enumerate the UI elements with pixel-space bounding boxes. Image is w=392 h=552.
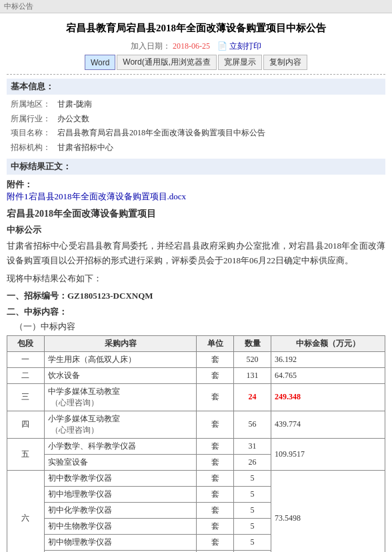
- cell-qty: 5: [234, 534, 271, 550]
- cell-bag: 二: [7, 367, 45, 383]
- cell-content: 实验室设备: [44, 454, 196, 470]
- info-value-region: 甘肃-陇南: [57, 97, 92, 112]
- cell-content: 初中物理教学仪器: [44, 534, 196, 550]
- info-row-project: 项目名称： 宕昌县教育局宕昌县2018年全面改薄设备购置项目中标公告: [11, 126, 385, 141]
- bracket-text: （心理咨询）: [48, 398, 99, 407]
- date-value: 2018-06-25: [173, 41, 210, 51]
- section2-subsection: （一）中标内容: [15, 321, 385, 333]
- cell-unit: 套: [197, 438, 234, 454]
- table-row: 五 小学数学、科学教学仪器 套 31 109.9517: [7, 438, 385, 454]
- cell-content: 初中生物教学仪器: [44, 518, 196, 534]
- cell-unit: 套: [197, 486, 234, 502]
- date-label: 加入日期：: [131, 41, 171, 51]
- btn-copy[interactable]: 复制内容: [263, 55, 307, 70]
- cell-bag: 三: [7, 383, 45, 411]
- cell-unit: 套: [197, 534, 234, 550]
- cell-unit: 套: [197, 411, 234, 438]
- doc-title: 宕昌县2018年全面改薄设备购置项目: [7, 208, 385, 220]
- table-row: 六 初中数学教学仪器 套 5 73.5498: [7, 470, 385, 486]
- col-header-bag: 包段: [7, 335, 45, 351]
- col-header-unit: 单位: [197, 335, 234, 351]
- table-row: 一 学生用床（高低双人床） 套 520 36.192: [7, 351, 385, 367]
- col-header-qty: 数量: [234, 335, 271, 351]
- action-buttons: Word Word(通用版,用浏览器查 宽屏显示 复制内容: [7, 55, 385, 70]
- cell-amount: 249.348: [271, 383, 385, 411]
- cell-amount: 439.774: [271, 411, 385, 438]
- cell-qty: 520: [234, 351, 271, 367]
- cell-qty: 26: [234, 454, 271, 470]
- cell-content: 初中化学教学仪器: [44, 502, 196, 518]
- cell-qty: 5: [234, 470, 271, 486]
- cell-content: 中学多媒体互动教室 （心理咨询）: [44, 383, 196, 411]
- cell-content: 小学数学、科学教学仪器: [44, 438, 196, 454]
- doc-subtitle: 中标公示: [7, 224, 385, 236]
- cell-bag: 六: [7, 470, 45, 552]
- result-section-header: 中标结果正文：: [7, 159, 385, 175]
- date-bar: 加入日期： 2018-06-25 📄 立刻打印: [7, 41, 385, 52]
- cell-amount: 109.9517: [271, 438, 385, 470]
- attachment-title: 附件：: [7, 179, 33, 189]
- cell-unit: 套: [197, 383, 234, 411]
- btn-word-general[interactable]: Word(通用版,用浏览器查: [117, 55, 217, 70]
- cell-unit: 套: [197, 518, 234, 534]
- cell-bag: 五: [7, 438, 45, 470]
- cell-content: 饮水设备: [44, 367, 196, 383]
- cell-qty: 5: [234, 502, 271, 518]
- top-bar: 中标公告: [0, 0, 392, 13]
- cell-qty: 5: [234, 518, 271, 534]
- cell-content: 初中数学教学仪器: [44, 470, 196, 486]
- doc-body: 甘肃省招标中心受宕昌县教育局委托，并经宕昌县政府采购办公室批准，对宕昌县2018…: [7, 239, 385, 268]
- cell-content: 小学多媒体互动教室 （心理咨询）: [44, 411, 196, 438]
- bracket-text: （心理咨询）: [48, 425, 99, 435]
- cell-unit: 套: [197, 502, 234, 518]
- cell-content: 初中地理教学仪器: [44, 486, 196, 502]
- table-row: 三 中学多媒体互动教室 （心理咨询） 套 24 249.348: [7, 383, 385, 411]
- btn-widescreen[interactable]: 宽屏显示: [218, 55, 262, 70]
- page-title: 宕昌县教育局宕昌县2018年全面改薄设备购置项目中标公告: [7, 21, 385, 35]
- cell-amount: 64.765: [271, 367, 385, 383]
- col-header-amount: 中标金额（万元）: [271, 335, 385, 351]
- info-row-org: 招标机构： 甘肃省招标中心: [11, 141, 385, 155]
- section1-num: 一、招标编号：GZ1805123-DCXNQM: [7, 290, 385, 302]
- doc-notice: 现将中标结果公布如下：: [7, 273, 385, 285]
- attachment-section: 附件： 附件1宕昌县2018年全面改薄设备购置项目.docx: [7, 179, 385, 203]
- main-content: 宕昌县教育局宕昌县2018年全面改薄设备购置项目中标公告 加入日期： 2018-…: [0, 13, 392, 552]
- cell-qty: 56: [234, 411, 271, 438]
- info-label-industry: 所属行业：: [11, 112, 57, 127]
- print-link[interactable]: 📄 立刻打印: [217, 41, 261, 51]
- divider-top: [7, 74, 385, 75]
- cell-unit: 套: [197, 470, 234, 486]
- cell-qty: 24: [234, 383, 271, 411]
- info-label-project: 项目名称：: [11, 126, 57, 141]
- cell-qty: 5: [234, 486, 271, 502]
- basic-info-header: 基本信息：: [7, 79, 385, 95]
- cell-unit: 套: [197, 454, 234, 470]
- section2-num: 二、中标内容：: [7, 306, 385, 318]
- cell-qty: 131: [234, 367, 271, 383]
- info-label-org: 招标机构：: [11, 141, 57, 155]
- cell-unit: 套: [197, 351, 234, 367]
- attachment-link[interactable]: 附件1宕昌县2018年全面改薄设备购置项目.docx: [7, 191, 186, 201]
- info-row-region: 所属地区： 甘肃-陇南: [11, 97, 385, 112]
- top-bar-label: 中标公告: [4, 2, 33, 10]
- info-value-project: 宕昌县教育局宕昌县2018年全面改薄设备购置项目中标公告: [57, 126, 265, 141]
- cell-unit: 套: [197, 367, 234, 383]
- btn-word[interactable]: Word: [85, 55, 115, 70]
- table-row: 二 饮水设备 套 131 64.765: [7, 367, 385, 383]
- info-value-industry: 办公文数: [57, 112, 89, 127]
- cell-bag: 四: [7, 411, 45, 438]
- cell-amount: 73.5498: [271, 470, 385, 552]
- cell-amount: 36.192: [271, 351, 385, 367]
- info-row-industry: 所属行业： 办公文数: [11, 112, 385, 127]
- cell-content: 学生用床（高低双人床）: [44, 351, 196, 367]
- info-value-org: 甘肃省招标中心: [57, 141, 113, 155]
- basic-info-grid: 所属地区： 甘肃-陇南 所属行业： 办公文数 项目名称： 宕昌县教育局宕昌县20…: [11, 97, 385, 155]
- cell-qty: 31: [234, 438, 271, 454]
- bid-table: 包段 采购内容 单位 数量 中标金额（万元） 一 学生用床（高低双人床） 套 5…: [7, 335, 385, 552]
- info-label-region: 所属地区：: [11, 97, 57, 112]
- cell-bag: 一: [7, 351, 45, 367]
- table-row: 四 小学多媒体互动教室 （心理咨询） 套 56 439.774: [7, 411, 385, 438]
- col-header-content: 采购内容: [44, 335, 196, 351]
